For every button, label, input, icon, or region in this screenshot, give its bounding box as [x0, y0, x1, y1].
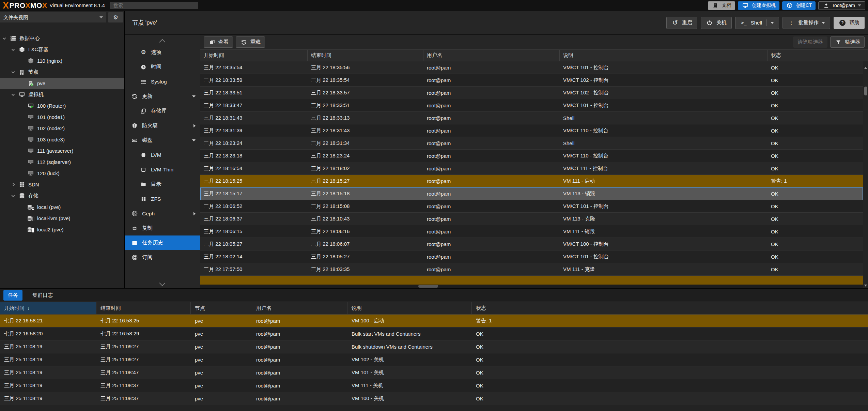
cluster-task-row[interactable]: 三月 25 11:08:19三月 25 11:08:37pveroot@pamV… — [0, 379, 868, 392]
scroll-up-arrow-icon[interactable] — [864, 67, 867, 69]
tree-item-vm-group[interactable]: 虚拟机 — [0, 89, 124, 100]
menu-item-lvm[interactable]: LVM — [125, 148, 200, 162]
column-header-description[interactable]: 说明 — [347, 302, 472, 314]
horizontal-scrollbar-thumb[interactable] — [418, 285, 438, 288]
tab-tasks[interactable]: 任务 — [3, 290, 22, 301]
task-row[interactable]: 三月 22 18:16:54三月 22 18:18:02root@pamVM/C… — [200, 162, 863, 175]
task-row[interactable]: 三月 22 18:15:25三月 22 18:15:27root@pamVM 1… — [200, 175, 863, 187]
menu-item-lvm-thin[interactable]: LVM-Thin — [125, 162, 200, 177]
task-row[interactable]: 三月 22 17:57:50三月 22 18:03:35root@pamVM 1… — [200, 263, 863, 276]
help-button[interactable]: ? 帮助 — [834, 17, 865, 29]
tree-item-sdn[interactable]: SDN — [0, 179, 124, 190]
restart-button[interactable]: ↺ 重启 — [666, 17, 697, 29]
tree-item-vm-103[interactable]: 103 (node3) — [0, 134, 124, 145]
column-header-status[interactable]: 状态 — [768, 50, 868, 61]
menu-item-repositories[interactable]: 存储库 — [125, 104, 200, 118]
tree-item-storage-local2[interactable]: local2 (pve) — [0, 224, 124, 235]
shell-button[interactable]: >_ Shell — [735, 17, 779, 29]
reload-button[interactable]: 重载 — [236, 36, 265, 48]
menu-scroll-down[interactable] — [125, 279, 200, 288]
task-row[interactable]: 三月 22 18:33:59三月 22 18:35:54root@pamVM/C… — [200, 74, 863, 87]
menu-item-directory[interactable]: 目录 — [125, 177, 200, 192]
scroll-down-arrow-icon[interactable] — [864, 285, 867, 287]
cluster-task-row[interactable]: 七月 22 16:58:21七月 22 16:58:25pveroot@pamV… — [0, 315, 868, 328]
column-header-description[interactable]: 说明 — [560, 50, 768, 61]
menu-scroll-up[interactable] — [125, 36, 200, 45]
menu-item-disks[interactable]: 磁盘 — [125, 133, 200, 148]
task-row[interactable]: 三月 22 18:31:43三月 22 18:33:13root@pamShel… — [200, 112, 863, 124]
column-header-status[interactable]: 状态 — [472, 302, 868, 314]
start-time-cell: 三月 25 11:08:19 — [0, 356, 96, 363]
task-row[interactable]: 三月 22 18:23:24三月 22 18:31:34root@pamShel… — [200, 137, 863, 150]
menu-item-task-history[interactable]: 任务历史 — [125, 235, 200, 250]
menu-item-options[interactable]: ⚙选项 — [125, 45, 200, 60]
task-row[interactable]: 三月 22 18:05:27三月 22 18:06:07root@pamVM/C… — [200, 238, 863, 250]
menu-item-time[interactable]: 时间 — [125, 60, 200, 74]
column-header-end-time[interactable]: 结束时间 — [96, 302, 191, 314]
menu-item-ceph[interactable]: Ceph — [125, 206, 200, 221]
user-menu-button[interactable]: root@pam — [818, 1, 865, 10]
filter-button[interactable]: 筛选器 — [830, 36, 865, 48]
tree-item-node-pve[interactable]: pve — [0, 78, 124, 89]
clear-filter-button[interactable]: 清除筛选器 — [793, 36, 827, 48]
tree-item-storage-local-lvm[interactable]: local-lvm (pve) — [0, 213, 124, 224]
menu-item-updates[interactable]: 更新 — [125, 89, 200, 104]
tree-item-storage-group[interactable]: 存储 — [0, 190, 124, 201]
task-row[interactable]: 三月 22 18:35:54三月 22 18:35:56root@pamVM/C… — [200, 61, 863, 74]
cluster-task-row[interactable]: 三月 25 11:08:19三月 25 11:08:37pveroot@pamV… — [0, 392, 868, 405]
tree-item-vm-111[interactable]: 111 (javaserver) — [0, 145, 124, 156]
cluster-task-row[interactable]: 七月 22 16:58:20七月 22 16:58:29pveroot@pamB… — [0, 328, 868, 340]
tree-item-vm-102[interactable]: 102 (node2) — [0, 123, 124, 134]
tree-item-storage-local[interactable]: local (pve) — [0, 201, 124, 213]
task-row[interactable]: 三月 22 18:06:15三月 22 18:06:16root@pamVM 1… — [200, 225, 863, 238]
task-row[interactable]: 三月 22 18:06:37三月 22 18:10:43root@pamVM 1… — [200, 213, 863, 225]
cluster-task-row[interactable]: 三月 25 11:08:19三月 25 11:09:27pveroot@pamB… — [0, 340, 868, 353]
column-header-node[interactable]: 节点 — [191, 302, 252, 314]
bulk-actions-button[interactable]: ⋮ 批量操作 — [782, 17, 830, 29]
task-row[interactable]: 三月 22 18:06:52三月 22 18:15:08root@pamVM/C… — [200, 200, 863, 213]
documentation-button[interactable]: 文档 — [708, 1, 735, 10]
task-row[interactable]: 三月 22 18:15:17三月 22 18:15:18root@pamVM 1… — [200, 187, 863, 200]
chevron-down-icon[interactable] — [771, 22, 774, 24]
tree-item-ct-110[interactable]: 110 (nginx) — [0, 55, 124, 66]
tree-item-nodes-group[interactable]: 节点 — [0, 66, 124, 78]
start-time-cell: 三月 22 18:16:54 — [200, 165, 308, 172]
column-header-start-time[interactable]: 开始时间 — [200, 50, 308, 61]
column-header-end-time[interactable]: 结束时间 — [308, 50, 423, 61]
tree-item-lxc-group[interactable]: LXC容器 — [0, 44, 124, 55]
tree-item-vm-120[interactable]: 120 (luck) — [0, 168, 124, 179]
create-vm-button[interactable]: 创建虚拟机 — [738, 1, 779, 10]
task-row[interactable]: 三月 22 18:33:47三月 22 18:33:51root@pamVM/C… — [200, 99, 863, 112]
tab-cluster-log[interactable]: 集群日志 — [28, 290, 57, 301]
menu-item-syslog[interactable]: Syslog — [125, 74, 200, 89]
shutdown-button[interactable]: 关机 — [701, 17, 732, 29]
user-cell: root@pam — [423, 140, 560, 146]
tree-item-vm-100[interactable]: 100 (Router) — [0, 100, 124, 111]
vertical-scrollbar[interactable] — [863, 61, 868, 288]
partial-task-row[interactable] — [200, 276, 863, 285]
task-row[interactable]: 三月 22 18:31:39三月 22 18:31:43root@pamVM/C… — [200, 124, 863, 137]
create-ct-button[interactable]: 创建CT — [782, 1, 816, 10]
tree-item-vm-112[interactable]: 112 (sqlserver) — [0, 156, 124, 168]
tree-item-datacenter[interactable]: 数据中心 — [0, 33, 124, 44]
task-row[interactable]: 三月 22 18:23:18三月 22 18:23:24root@pamVM/C… — [200, 150, 863, 162]
vertical-scrollbar-thumb[interactable] — [864, 87, 867, 95]
menu-item-subscription[interactable]: 订阅 — [125, 250, 200, 265]
menu-item-zfs[interactable]: ZFS — [125, 192, 200, 206]
horizontal-scrollbar[interactable] — [200, 285, 863, 288]
column-header-start-time[interactable]: 开始时间↓ — [0, 302, 96, 314]
status-cell: OK — [768, 115, 863, 121]
cluster-task-row[interactable]: 三月 25 11:08:19三月 25 11:08:47pveroot@pamV… — [0, 366, 868, 379]
sidebar-settings-button[interactable]: ⚙ — [108, 12, 123, 22]
task-row[interactable]: 三月 22 18:02:14三月 22 18:05:27root@pamVM/C… — [200, 250, 863, 263]
cluster-task-row[interactable]: 三月 25 11:08:19三月 25 11:09:27pveroot@pamV… — [0, 353, 868, 366]
tree-item-vm-101[interactable]: 101 (node1) — [0, 111, 124, 123]
view-button[interactable]: 查看 — [204, 36, 233, 48]
menu-item-firewall[interactable]: 防火墙 — [125, 118, 200, 133]
task-row[interactable]: 三月 22 18:33:51三月 22 18:33:57root@pamVM/C… — [200, 87, 863, 99]
search-input[interactable] — [110, 2, 198, 9]
view-mode-select[interactable]: 文件夹视图 — [0, 12, 106, 22]
column-header-user[interactable]: 用户名 — [423, 50, 560, 61]
column-header-user[interactable]: 用户名 — [252, 302, 347, 314]
menu-item-replication[interactable]: 复制 — [125, 221, 200, 235]
